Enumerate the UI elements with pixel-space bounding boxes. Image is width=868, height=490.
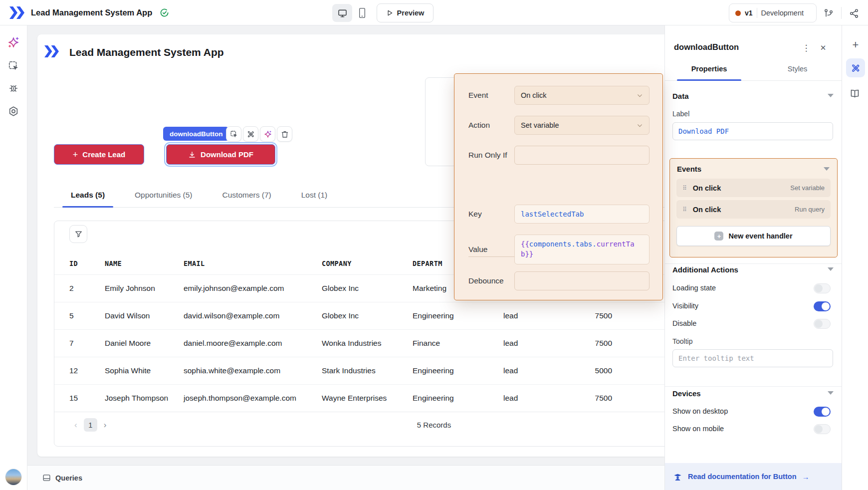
new-event-handler-label: New event handler: [728, 232, 792, 240]
show-on-mobile-label: Show on mobile: [672, 425, 724, 433]
handler-action: Run query: [795, 206, 825, 213]
collapse-additional-icon[interactable]: [828, 267, 834, 271]
graduation-cap-icon: [673, 472, 682, 482]
table-row[interactable]: 5David Wilsondavid.wilson@example.comGlo…: [54, 302, 664, 329]
event-select[interactable]: On click: [514, 86, 650, 105]
top-bar: Lead Management System App Preview v1 De…: [0, 0, 868, 25]
app-title: Lead Management System App: [31, 8, 152, 17]
environment-selector[interactable]: v1 Development: [729, 3, 817, 22]
tab-opportunities[interactable]: Opportunities (5): [126, 183, 201, 207]
more-options-icon[interactable]: ⋮: [800, 41, 813, 54]
current-page[interactable]: 1: [84, 418, 97, 432]
cell-company: Globex Inc: [322, 311, 413, 320]
cell-department: Engineering: [413, 394, 503, 403]
chevron-down-icon: [637, 122, 643, 129]
event-handler-row[interactable]: ⠿ On click Set variable: [676, 179, 831, 197]
table-row[interactable]: 15Joseph Thompsonjoseph.thompson@example…: [54, 384, 664, 412]
table-footer: ‹ 1 › 5 Records: [54, 412, 664, 437]
add-component-icon[interactable]: +: [849, 38, 862, 51]
collapse-data-icon[interactable]: [828, 94, 834, 97]
divider: [757, 8, 757, 18]
tab-customers[interactable]: Customers (7): [214, 183, 280, 207]
column-header-name[interactable]: NAME: [105, 259, 184, 267]
create-lead-label: Create Lead: [82, 150, 125, 159]
debug-icon[interactable]: [8, 83, 19, 94]
inspect-tools-icon[interactable]: [846, 58, 865, 77]
show-on-mobile-toggle[interactable]: [814, 424, 831, 434]
settings-icon[interactable]: [8, 106, 19, 117]
documentation-link[interactable]: Read documentation for Button →: [665, 463, 842, 490]
tab-properties[interactable]: Properties: [665, 57, 753, 80]
mobile-view-button[interactable]: [355, 5, 369, 21]
arrow-right-icon: →: [802, 473, 810, 481]
tab-styles[interactable]: Styles: [753, 57, 842, 80]
edit-tools-icon[interactable]: [243, 126, 258, 142]
table-row[interactable]: 7Daniel Mooredaniel.moore@example.comWon…: [54, 329, 664, 357]
version-label: v1: [745, 9, 753, 17]
cell-status: lead: [503, 339, 552, 348]
share-icon[interactable]: [848, 7, 861, 20]
component-name-pill[interactable]: downloadButton: [163, 127, 229, 141]
drag-handle-icon[interactable]: ⠿: [682, 185, 687, 192]
table-row[interactable]: 12Sophia Whitesophia.white@example.comSt…: [54, 357, 664, 384]
bottom-panel-bar: Queries: [27, 465, 664, 490]
delete-icon[interactable]: [277, 126, 292, 142]
create-lead-button[interactable]: + Create Lead: [54, 144, 144, 165]
cell-id: 12: [69, 366, 105, 375]
column-header-email[interactable]: EMAIL: [184, 259, 322, 267]
next-page-icon[interactable]: ›: [104, 421, 107, 429]
tab-leads[interactable]: Leads (5): [62, 183, 113, 207]
column-header-company[interactable]: COMPANY: [322, 259, 413, 267]
user-avatar[interactable]: [5, 469, 21, 485]
download-pdf-label: Download PDF: [201, 150, 253, 159]
branch-icon[interactable]: [822, 7, 835, 20]
key-input[interactable]: lastSelectedTab: [514, 205, 650, 224]
divider: [665, 263, 842, 264]
column-header-id[interactable]: ID: [69, 259, 105, 267]
new-event-handler-button[interactable]: + New event handler: [676, 226, 831, 246]
label-input[interactable]: [672, 122, 833, 140]
prev-page-icon[interactable]: ‹: [74, 421, 77, 429]
pagination: ‹ 1 ›: [74, 412, 106, 438]
event-handler-row[interactable]: ⠿ On click Run query: [676, 200, 831, 219]
loading-state-toggle[interactable]: [814, 283, 831, 293]
download-pdf-button[interactable]: Download PDF: [166, 144, 275, 165]
handler-action: Set variable: [790, 184, 825, 192]
event-handler-popover: Event On click Action Set variable Run O…: [454, 73, 663, 300]
visibility-toggle[interactable]: [814, 301, 831, 311]
select-tool-icon[interactable]: [8, 60, 19, 71]
queries-panel-icon[interactable]: [42, 474, 51, 482]
debounce-input[interactable]: [514, 271, 650, 290]
action-value: Set variable: [521, 121, 559, 129]
visibility-label: Visibility: [672, 302, 698, 310]
collapse-devices-icon[interactable]: [828, 391, 834, 395]
cell-status: lead: [503, 366, 552, 375]
cell-value: 7500: [552, 311, 612, 320]
show-on-desktop-label: Show on desktop: [672, 407, 728, 415]
run-only-if-input[interactable]: [514, 146, 650, 165]
cell-id: 7: [69, 339, 105, 348]
cell-email: joseph.thompson@example.com: [184, 394, 322, 403]
cell-company: Wayne Enterprises: [322, 394, 413, 403]
disable-toggle[interactable]: [814, 319, 831, 329]
tab-lost[interactable]: Lost (1): [293, 183, 336, 207]
event-label: Event: [468, 91, 514, 100]
queries-label[interactable]: Queries: [55, 474, 82, 482]
filter-button[interactable]: [69, 225, 87, 243]
preview-button[interactable]: Preview: [377, 3, 434, 22]
show-on-desktop-toggle[interactable]: [814, 407, 831, 417]
action-select[interactable]: Set variable: [514, 116, 650, 135]
plus-icon: +: [73, 150, 78, 159]
marquee-select-icon[interactable]: [226, 126, 241, 142]
desktop-view-button[interactable]: [332, 4, 352, 22]
value-input[interactable]: {{components.tabs.currentTab}}: [514, 235, 650, 264]
collapse-events-icon[interactable]: [824, 167, 830, 171]
drag-handle-icon[interactable]: ⠿: [682, 206, 687, 213]
close-icon[interactable]: ✕: [817, 41, 830, 54]
tooltip-input[interactable]: [672, 349, 833, 367]
library-book-icon[interactable]: [850, 88, 860, 99]
divider: [665, 386, 842, 387]
debounce-label: Debounce: [468, 276, 514, 285]
ai-sparkle-icon[interactable]: [260, 126, 275, 142]
ai-sparkle-icon[interactable]: [7, 36, 19, 48]
